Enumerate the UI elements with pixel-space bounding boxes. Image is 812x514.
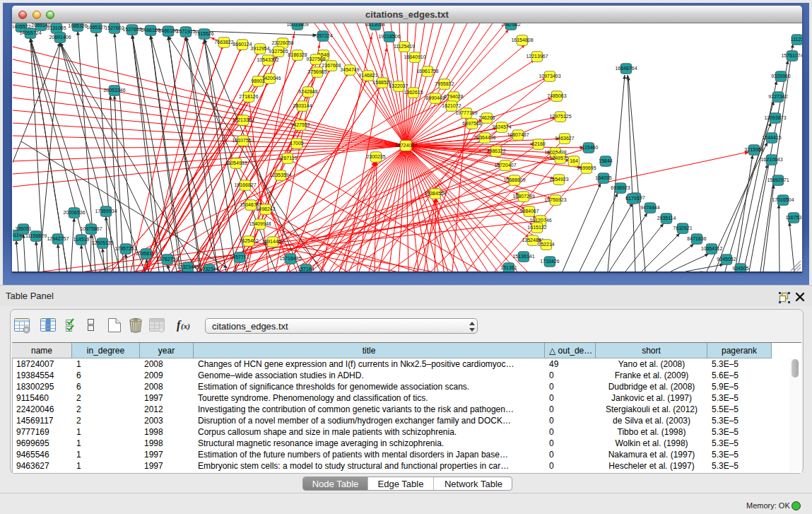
svg-text:14055724: 14055724 <box>19 30 41 35</box>
svg-text:1621072: 1621072 <box>442 103 461 108</box>
svg-text:164095: 164095 <box>595 175 611 180</box>
svg-text:746266: 746266 <box>478 115 495 120</box>
svg-text:9699695: 9699695 <box>577 165 596 170</box>
svg-text:9329966: 9329966 <box>771 74 790 78</box>
svg-text:1071915: 1071915 <box>176 29 195 34</box>
svg-text:23226058: 23226058 <box>271 40 293 45</box>
svg-text:12942757: 12942757 <box>47 236 69 241</box>
svg-text:2367608: 2367608 <box>322 63 341 68</box>
svg-text:252214: 252214 <box>538 242 554 247</box>
svg-text:19756923: 19756923 <box>544 197 566 202</box>
svg-text:18807249: 18807249 <box>512 194 534 199</box>
svg-text:6794028: 6794028 <box>444 94 463 99</box>
svg-text:114519: 114519 <box>73 237 90 242</box>
svg-text:15716485: 15716485 <box>279 256 301 261</box>
svg-text:9427552: 9427552 <box>290 122 310 127</box>
svg-text:8813054: 8813054 <box>365 23 384 27</box>
svg-text:20691406: 20691406 <box>49 35 71 40</box>
svg-text:(x): (x) <box>181 322 190 331</box>
svg-text:8186328: 8186328 <box>288 52 307 57</box>
svg-text:116753: 116753 <box>786 215 802 220</box>
svg-text:19166827: 19166827 <box>234 182 256 187</box>
svg-text:12093873: 12093873 <box>764 115 786 120</box>
svg-text:15844: 15844 <box>599 158 613 163</box>
svg-text:3912954: 3912954 <box>250 46 269 51</box>
svg-text:19384554: 19384554 <box>424 191 446 196</box>
svg-text:15409948: 15409948 <box>249 221 271 226</box>
svg-text:16961758: 16961758 <box>416 69 438 74</box>
svg-text:20053346: 20053346 <box>103 88 125 93</box>
svg-text:9327508: 9327508 <box>306 57 325 62</box>
svg-text:98901: 98901 <box>251 78 265 83</box>
svg-text:16782759: 16782759 <box>156 257 178 262</box>
svg-text:16914469: 16914469 <box>261 239 283 244</box>
svg-text:10688609: 10688609 <box>503 177 525 182</box>
svg-text:9084067: 9084067 <box>519 209 539 214</box>
svg-text:12213967: 12213967 <box>526 54 548 59</box>
svg-text:9131065: 9131065 <box>47 25 66 30</box>
svg-text:10973493: 10973493 <box>539 74 560 78</box>
svg-text:9245052: 9245052 <box>717 257 736 262</box>
svg-text:3267110: 3267110 <box>278 156 298 160</box>
svg-text:16033809: 16033809 <box>286 23 308 27</box>
svg-text:20364436: 20364436 <box>473 135 495 140</box>
svg-text:335051: 335051 <box>15 226 31 231</box>
svg-text:2300235: 2300235 <box>366 154 385 159</box>
svg-text:10107553: 10107553 <box>232 138 254 143</box>
svg-text:17957253: 17957253 <box>114 246 136 251</box>
svg-text:16648764: 16648764 <box>615 66 637 71</box>
svg-text:1527602: 1527602 <box>105 25 124 30</box>
svg-text:10975867: 10975867 <box>80 226 102 231</box>
svg-text:6497568: 6497568 <box>462 121 481 126</box>
svg-text:7357224: 7357224 <box>313 33 332 38</box>
svg-text:62160: 62160 <box>531 141 546 146</box>
svg-text:1065326: 1065326 <box>68 23 87 28</box>
svg-text:9242848: 9242848 <box>298 89 317 94</box>
svg-text:12323446: 12323446 <box>177 264 199 269</box>
svg-text:1733426: 1733426 <box>540 259 559 264</box>
svg-text:10543362: 10543362 <box>257 57 278 62</box>
svg-text:17005: 17005 <box>290 141 304 146</box>
svg-text:11125419: 11125419 <box>394 44 415 49</box>
svg-text:8990448: 8990448 <box>425 95 445 100</box>
svg-text:9474444: 9474444 <box>640 205 659 210</box>
svg-text:151361: 151361 <box>500 265 517 270</box>
svg-text:19777169: 19777169 <box>455 110 477 115</box>
svg-text:7986322: 7986322 <box>486 148 505 153</box>
svg-text:157164: 157164 <box>298 267 314 271</box>
svg-text:1065327: 1065327 <box>86 25 105 30</box>
svg-text:6466160: 6466160 <box>141 28 160 33</box>
svg-text:9115460: 9115460 <box>579 145 599 150</box>
svg-text:7632621: 7632621 <box>673 226 692 230</box>
svg-text:6938923: 6938923 <box>611 185 630 190</box>
svg-text:12505135: 12505135 <box>91 240 113 245</box>
svg-text:12353594: 12353594 <box>269 173 291 177</box>
svg-text:61791: 61791 <box>625 196 640 201</box>
svg-text:2935114: 2935114 <box>657 216 676 221</box>
svg-text:7663822: 7663822 <box>214 40 233 45</box>
svg-text:2087682: 2087682 <box>501 23 520 27</box>
svg-text:9463627: 9463627 <box>555 136 574 141</box>
svg-text:1232344: 1232344 <box>199 267 218 271</box>
svg-text:15136141: 15136141 <box>512 254 534 259</box>
svg-text:3498242: 3498242 <box>256 206 275 211</box>
svg-text:3454749: 3454749 <box>340 67 359 72</box>
svg-text:17016504: 17016504 <box>772 197 794 202</box>
svg-text:10654112: 10654112 <box>701 246 723 251</box>
svg-text:16210643: 16210643 <box>760 157 782 162</box>
svg-text:10958117: 10958117 <box>136 251 158 256</box>
svg-text:10807487: 10807487 <box>507 132 529 137</box>
svg-text:9457791: 9457791 <box>230 255 249 259</box>
svg-text:9227342: 9227342 <box>768 94 787 99</box>
svg-text:17359934: 17359934 <box>95 209 117 214</box>
svg-text:15692971: 15692971 <box>767 177 789 182</box>
svg-text:12213383: 12213383 <box>232 117 254 122</box>
svg-text:11121: 11121 <box>791 37 802 42</box>
svg-text:15720407: 15720407 <box>494 163 516 168</box>
svg-text:3215958: 3215958 <box>744 147 763 152</box>
svg-text:1244415: 1244415 <box>762 135 781 140</box>
svg-text:16640910: 16640910 <box>404 54 425 59</box>
svg-text:8660124: 8660124 <box>233 42 252 47</box>
svg-text:1362615: 1362615 <box>404 90 423 95</box>
svg-text:164: 164 <box>570 158 578 163</box>
